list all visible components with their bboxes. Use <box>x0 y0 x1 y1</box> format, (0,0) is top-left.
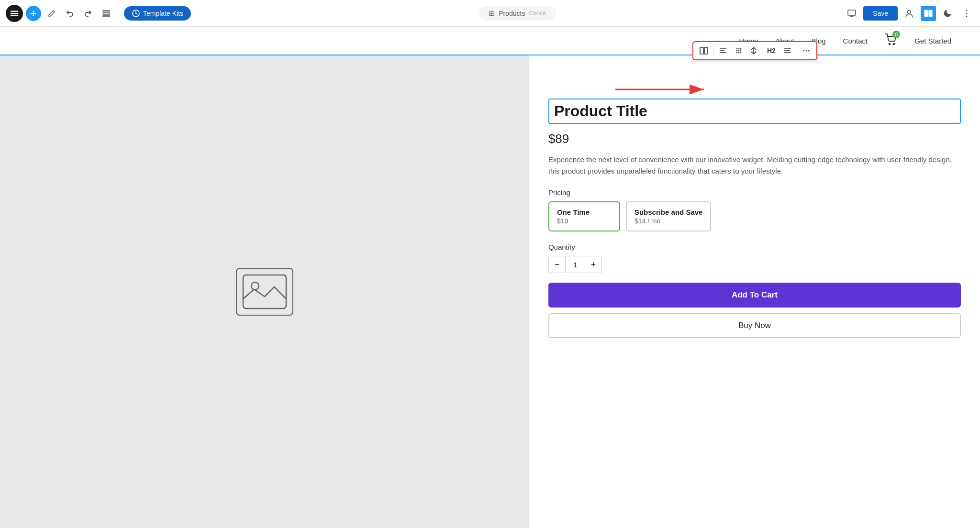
ft-h2-button[interactable]: H2 <box>764 45 779 56</box>
cart-badge: 0 <box>892 31 900 38</box>
more-options-button[interactable] <box>959 6 974 21</box>
svg-point-11 <box>966 10 968 11</box>
svg-point-28 <box>740 50 741 52</box>
add-to-cart-button[interactable]: Add To Cart <box>548 283 961 308</box>
products-label: Products <box>499 10 525 17</box>
svg-point-23 <box>736 48 737 50</box>
products-shortcut: Ctrl+K <box>529 10 546 17</box>
subscribe-title: Subscribe and Save <box>635 208 703 216</box>
cart-wrapper[interactable]: 0 <box>885 33 897 48</box>
svg-rect-10 <box>929 10 932 17</box>
svg-point-17 <box>251 282 259 290</box>
center-toolbar: ⊞ Products Ctrl+K <box>194 6 841 21</box>
floating-toolbar: H2 <box>692 41 817 60</box>
product-title-container <box>548 99 961 124</box>
svg-point-13 <box>966 15 968 17</box>
svg-point-27 <box>738 50 739 52</box>
pricing-options: One Time $19 Subscribe and Save $14 / mo <box>548 201 961 231</box>
right-toolbar: Save <box>844 6 974 21</box>
quantity-label: Quantity <box>548 243 961 251</box>
svg-rect-18 <box>700 47 703 54</box>
svg-point-14 <box>889 44 891 45</box>
one-time-price: $19 <box>557 217 612 225</box>
svg-rect-9 <box>924 10 928 17</box>
user-icon-button[interactable] <box>902 6 917 21</box>
logo-button[interactable] <box>6 5 23 22</box>
pricing-option-one-time[interactable]: One Time $19 <box>548 201 620 231</box>
product-price: $89 <box>548 132 961 146</box>
ft-more-button[interactable] <box>799 44 813 57</box>
svg-point-24 <box>738 48 739 50</box>
site-nav: Home About Blog Contact 0 Get Started <box>0 27 980 55</box>
annotation-arrow <box>615 82 711 97</box>
ft-column-button[interactable] <box>696 44 712 57</box>
pricing-option-subscribe[interactable]: Subscribe and Save $14 / mo <box>626 201 712 231</box>
canvas-wrapper: Home About Blog Contact 0 Get Started <box>0 27 980 528</box>
save-button[interactable]: Save <box>863 6 898 21</box>
ft-divider-2 <box>762 46 762 55</box>
ft-divider-3 <box>797 46 797 55</box>
subscribe-price: $14 / mo <box>635 217 703 225</box>
quantity-increase-button[interactable]: + <box>585 256 602 273</box>
quantity-decrease-button[interactable]: − <box>548 256 566 273</box>
svg-point-15 <box>893 44 895 45</box>
undo-button[interactable] <box>62 6 78 21</box>
product-title-input[interactable] <box>548 99 961 124</box>
svg-point-30 <box>738 52 739 54</box>
svg-point-29 <box>736 52 737 54</box>
products-icon: ⊞ <box>489 9 495 18</box>
one-time-title: One Time <box>557 208 612 216</box>
ft-text-align-button[interactable] <box>716 44 730 57</box>
svg-point-26 <box>736 50 737 52</box>
svg-point-35 <box>803 50 804 52</box>
svg-rect-5 <box>103 15 110 17</box>
responsive-button[interactable] <box>99 6 114 21</box>
svg-rect-4 <box>103 13 110 14</box>
svg-point-37 <box>808 50 809 52</box>
ft-updown-button[interactable] <box>747 44 760 57</box>
buy-now-button[interactable]: Buy Now <box>548 313 961 338</box>
add-element-button[interactable] <box>26 6 41 21</box>
quantity-value: 1 <box>566 256 585 273</box>
template-kits-button[interactable]: Template Kits <box>124 6 191 21</box>
svg-rect-0 <box>11 11 19 11</box>
dark-mode-button[interactable] <box>940 6 955 21</box>
template-kits-label: Template Kits <box>143 10 183 17</box>
svg-point-25 <box>740 48 741 50</box>
svg-point-36 <box>805 50 807 52</box>
product-description: Experience the next level of convenience… <box>548 154 961 177</box>
svg-rect-2 <box>11 15 19 16</box>
ft-align-button[interactable] <box>780 44 795 57</box>
svg-rect-1 <box>11 13 19 14</box>
products-pill[interactable]: ⊞ Products Ctrl+K <box>479 6 556 21</box>
ft-divider-1 <box>713 46 714 55</box>
svg-rect-7 <box>848 10 856 15</box>
product-details-section: H2 <box>529 55 980 528</box>
svg-point-31 <box>740 52 741 54</box>
ft-grid-button[interactable] <box>732 45 746 56</box>
svg-point-12 <box>966 12 968 14</box>
svg-rect-3 <box>103 11 110 12</box>
main-content: H2 <box>0 55 980 528</box>
desktop-view-button[interactable] <box>844 6 859 21</box>
svg-point-8 <box>908 10 911 13</box>
top-toolbar: Template Kits ⊞ Products Ctrl+K Save <box>0 0 980 27</box>
edit-button[interactable] <box>44 6 59 21</box>
quantity-control: − 1 + <box>548 256 961 273</box>
get-started-nav-button[interactable]: Get Started <box>914 37 951 45</box>
nav-contact[interactable]: Contact <box>843 37 868 45</box>
redo-button[interactable] <box>80 6 96 21</box>
toolbar-divider-1 <box>119 8 119 19</box>
split-view-button[interactable] <box>921 6 936 21</box>
pricing-label: Pricing <box>548 188 961 197</box>
svg-rect-19 <box>704 47 708 54</box>
product-image-section <box>0 55 529 528</box>
image-placeholder <box>236 268 293 316</box>
